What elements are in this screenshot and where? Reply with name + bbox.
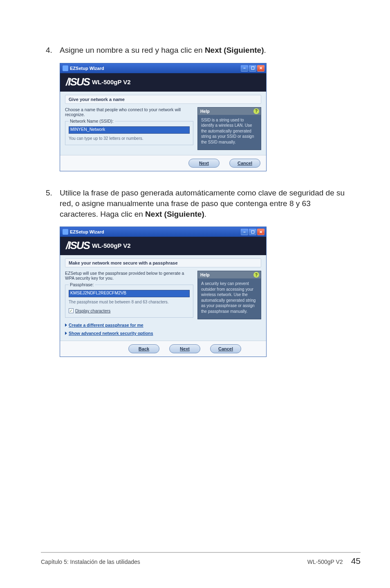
passphrase-legend: Passphrase: xyxy=(69,282,95,287)
display-characters-row[interactable]: ✓ Display characters xyxy=(69,308,190,313)
minimize-button[interactable]: – xyxy=(241,65,248,72)
titlebar[interactable]: EZSetup Wizard – ☐ ✕ xyxy=(60,227,266,237)
maximize-button[interactable]: ☐ xyxy=(249,229,256,235)
step4-number: 4. xyxy=(46,45,60,56)
triangle-icon xyxy=(65,332,67,335)
step5-text-bold: Next (Siguiente) xyxy=(145,210,204,218)
brand-bar: /ISUS WL-500gP V2 xyxy=(60,237,266,255)
titlebar[interactable]: EZSetup Wizard – ☐ ✕ xyxy=(60,63,266,73)
app-icon xyxy=(63,65,68,71)
window-ssid: EZSetup Wizard – ☐ ✕ /ISUS WL-500gP V2 G… xyxy=(60,63,267,172)
help-text: A security key can prevent outsider from… xyxy=(198,278,261,315)
asus-logo: /ISUS xyxy=(66,76,90,88)
section-description: EZSetup will use the passphrase provided… xyxy=(65,271,193,281)
step4-text-before: Asigne un nombre a su red y haga clic en xyxy=(60,46,205,54)
minimize-button[interactable]: – xyxy=(241,229,248,235)
passphrase-fieldset: Passphrase: KMSEJ2NDFL2RE0CFM2VB The pas… xyxy=(65,285,193,318)
help-icon[interactable]: ? xyxy=(253,108,259,114)
close-button[interactable]: ✕ xyxy=(257,229,264,235)
help-panel: Help ? A security key can prevent outsid… xyxy=(197,271,261,319)
button-bar: Back Next Cancel xyxy=(60,341,266,357)
section-heading: Make your network more secure with a pas… xyxy=(65,258,261,267)
display-characters-label: Display characters xyxy=(75,308,110,313)
triangle-icon xyxy=(65,323,67,327)
maximize-button[interactable]: ☐ xyxy=(249,65,256,72)
section-description: Choose a name that people who connect to… xyxy=(65,107,193,117)
help-icon[interactable]: ? xyxy=(253,272,259,278)
help-title: Help xyxy=(200,272,210,278)
window-title: EZSetup Wizard xyxy=(70,66,241,71)
passphrase-input[interactable]: KMSEJ2NDFL2RE0CFM2VB xyxy=(69,290,190,297)
passphrase-hint: The passphrase must be between 8 and 63 … xyxy=(69,300,190,304)
ssid-hint: You can type up to 32 letters or numbers… xyxy=(69,136,190,141)
next-button[interactable]: Next xyxy=(188,159,220,168)
app-icon xyxy=(63,229,68,235)
window-title: EZSetup Wizard xyxy=(70,229,241,234)
cancel-button[interactable]: Cancel xyxy=(210,344,241,353)
page-footer: Capítulo 5: Instalación de las utilidade… xyxy=(41,556,361,566)
section-heading: Give your network a name xyxy=(65,95,261,104)
ssid-legend: Network Name (SSID): xyxy=(69,119,115,123)
display-characters-checkbox[interactable]: ✓ xyxy=(69,308,74,313)
window-passphrase: EZSetup Wizard – ☐ ✕ /ISUS WL-500gP V2 M… xyxy=(60,227,267,357)
button-bar: Next Cancel xyxy=(60,155,266,171)
asus-logo: /ISUS xyxy=(66,239,90,252)
step5-number: 5. xyxy=(46,188,60,219)
footer-page-number: 45 xyxy=(351,556,361,566)
footer-chapter: Capítulo 5: Instalación de las utilidade… xyxy=(41,559,140,565)
next-button[interactable]: Next xyxy=(169,344,200,353)
link-create-passphrase[interactable]: Create a different passphrase for me xyxy=(65,323,193,328)
ssid-input[interactable]: MINYEN_Network xyxy=(69,126,190,134)
help-title: Help xyxy=(200,108,210,114)
model-label: WL-500gP V2 xyxy=(92,242,131,249)
back-button[interactable]: Back xyxy=(128,344,159,353)
ssid-fieldset: Network Name (SSID): MINYEN_Network You … xyxy=(65,121,193,145)
step4-text-after: . xyxy=(264,46,266,54)
cancel-button[interactable]: Cancel xyxy=(229,159,260,168)
brand-bar: /ISUS WL-500gP V2 xyxy=(60,73,266,92)
footer-rule xyxy=(41,552,361,553)
step5-text-after: . xyxy=(204,210,206,218)
help-text: SSID is a string used to identify a wire… xyxy=(198,115,261,146)
close-button[interactable]: ✕ xyxy=(257,65,264,72)
link-advanced-security[interactable]: Show advanced network security options xyxy=(65,331,193,336)
help-panel: Help ? SSID is a string used to identify… xyxy=(197,107,261,150)
model-label: WL-500gP V2 xyxy=(92,79,131,85)
footer-model: WL-500gP V2 xyxy=(307,559,343,565)
step5-text: Utilice la frase de paso generada automá… xyxy=(60,188,349,219)
step4-text-bold: Next (Siguiente) xyxy=(205,46,264,54)
step4-text: Asigne un nombre a su red y haga clic en… xyxy=(60,45,349,56)
